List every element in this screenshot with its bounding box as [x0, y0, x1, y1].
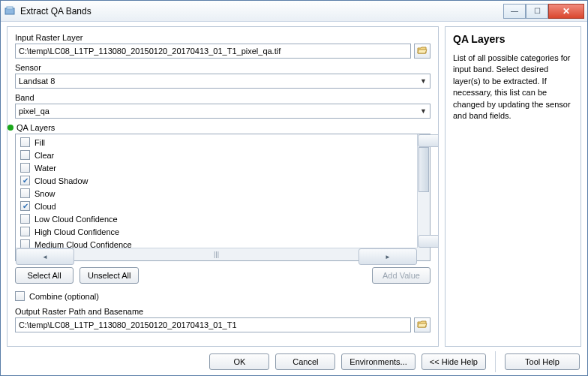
maximize-button[interactable]: ☐ — [526, 4, 548, 19]
list-item[interactable]: Water — [17, 161, 416, 174]
list-item[interactable]: Low Cloud Confidence — [17, 212, 416, 225]
list-item-label: Cloud Shadow — [34, 176, 88, 185]
scroll-left-button[interactable]: ◄ — [16, 248, 74, 265]
help-body: List of all possible categories for inpu… — [453, 53, 573, 122]
sensor-select[interactable]: Landsat 8 ▼ — [15, 74, 430, 89]
combine-label: Combine (optional) — [29, 292, 99, 301]
app-icon — [4, 5, 16, 17]
sensor-label: Sensor — [15, 63, 430, 72]
list-item-label: Clear — [34, 151, 54, 160]
output-label: Output Raster Path and Basename — [15, 307, 430, 316]
list-item[interactable]: ✔Cloud — [17, 200, 416, 212]
window-controls: — ☐ ✕ — [503, 4, 584, 19]
folder-open-icon — [417, 46, 428, 56]
band-label: Band — [15, 93, 430, 102]
tool-help-button[interactable]: Tool Help — [505, 353, 580, 370]
checkbox[interactable] — [20, 150, 30, 160]
window-title: Extract QA Bands — [20, 6, 503, 17]
list-item[interactable]: Medium Cloud Confidence — [17, 238, 416, 248]
chevron-down-icon: ▼ — [420, 77, 427, 85]
dialog-body: Input Raster Layer Sensor Landsat 8 ▼ Ba… — [1, 22, 587, 348]
scroll-track: ||| — [74, 248, 358, 260]
scroll-thumb[interactable] — [418, 147, 429, 192]
add-value-button[interactable]: Add Value — [372, 267, 430, 284]
scroll-corner — [417, 248, 430, 260]
hide-help-button[interactable]: << Hide Help — [422, 353, 486, 370]
dialog-window: Extract QA Bands — ☐ ✕ Input Raster Laye… — [0, 0, 588, 376]
qa-layers-listbox[interactable]: FillClearWater✔Cloud ShadowSnow✔CloudLow… — [15, 134, 430, 261]
svg-rect-1 — [7, 7, 13, 9]
list-item-label: Water — [34, 164, 56, 173]
list-item[interactable]: Snow — [17, 187, 416, 200]
select-all-button[interactable]: Select All — [15, 267, 74, 284]
band-select[interactable]: pixel_qa ▼ — [15, 104, 430, 119]
unselect-all-button[interactable]: Unselect All — [80, 267, 139, 284]
footer: OK Cancel Environments... << Hide Help T… — [1, 348, 587, 375]
help-title: QA Layers — [453, 33, 573, 45]
ok-button[interactable]: OK — [209, 353, 269, 370]
help-panel: QA Layers List of all possible categorie… — [445, 26, 581, 347]
checkbox[interactable] — [20, 137, 30, 147]
titlebar: Extract QA Bands — ☐ ✕ — [1, 1, 587, 22]
checkbox[interactable]: ✔ — [20, 201, 30, 211]
list-item-label: Cloud — [34, 202, 56, 211]
environments-button[interactable]: Environments... — [341, 353, 415, 370]
active-indicator-icon — [8, 125, 14, 131]
qa-layers-label: QA Layers — [16, 123, 55, 132]
browse-output-button[interactable] — [414, 317, 430, 332]
qa-layers-inner: FillClearWater✔Cloud ShadowSnow✔CloudLow… — [16, 134, 417, 248]
minimize-button[interactable]: — — [503, 4, 526, 19]
checkbox[interactable] — [20, 163, 30, 173]
checkbox[interactable]: ✔ — [20, 176, 30, 185]
form-panel: Input Raster Layer Sensor Landsat 8 ▼ Ba… — [7, 26, 439, 347]
list-item-label: High Cloud Confidence — [34, 227, 119, 236]
list-item-label: Low Cloud Confidence — [34, 215, 118, 224]
cancel-button[interactable]: Cancel — [275, 353, 335, 370]
list-item-label: Fill — [34, 138, 45, 147]
folder-open-icon — [417, 320, 428, 330]
checkbox[interactable] — [20, 188, 30, 198]
list-item-label: Snow — [34, 189, 56, 198]
checkbox[interactable] — [20, 227, 30, 236]
combine-checkbox[interactable] — [15, 291, 25, 301]
scroll-right-button[interactable]: ► — [358, 248, 417, 265]
checkbox[interactable] — [20, 214, 30, 224]
vertical-scrollbar[interactable]: ▲ ▼ — [417, 134, 430, 248]
sensor-value: Landsat 8 — [19, 77, 55, 86]
input-layer-field[interactable] — [15, 44, 411, 59]
horizontal-scrollbar[interactable]: ◄ ||| ► — [16, 248, 417, 260]
band-value: pixel_qa — [19, 107, 50, 116]
scroll-up-button[interactable]: ▲ — [418, 134, 439, 147]
browse-input-button[interactable] — [414, 44, 430, 59]
list-item[interactable]: Clear — [17, 149, 416, 161]
list-item[interactable]: High Cloud Confidence — [17, 225, 416, 238]
close-button[interactable]: ✕ — [548, 4, 584, 19]
list-item[interactable]: ✔Cloud Shadow — [17, 174, 416, 187]
input-layer-label: Input Raster Layer — [15, 33, 430, 42]
output-field[interactable] — [15, 317, 411, 332]
footer-separator — [495, 351, 496, 372]
list-item[interactable]: Fill — [17, 136, 416, 149]
scroll-down-button[interactable]: ▼ — [418, 235, 439, 248]
chevron-down-icon: ▼ — [420, 107, 427, 115]
checkbox[interactable] — [20, 239, 30, 248]
list-item-label: Medium Cloud Confidence — [34, 240, 132, 248]
